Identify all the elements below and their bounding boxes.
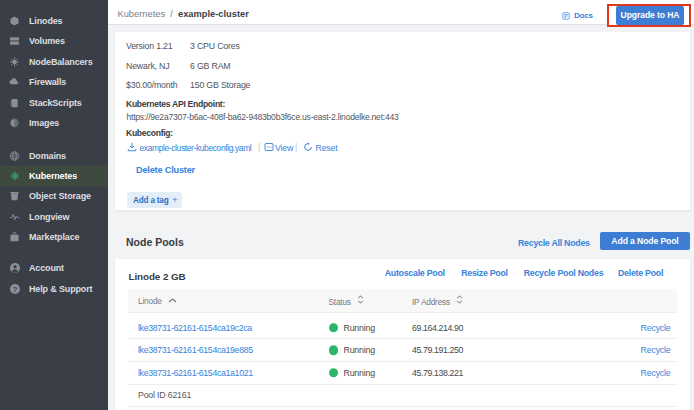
svg-text:?: ? xyxy=(13,285,18,294)
